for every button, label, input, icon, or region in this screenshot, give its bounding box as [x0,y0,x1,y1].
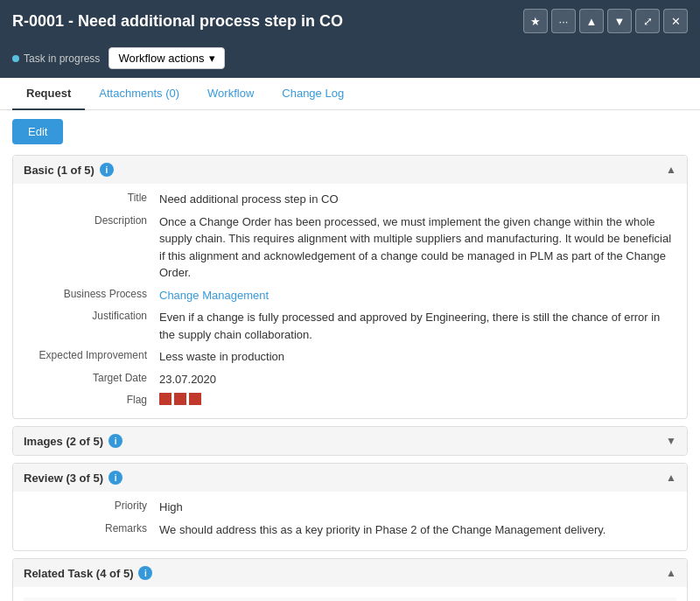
info-icon-related-task: i [138,566,152,580]
field-priority-value: High [159,499,676,516]
expand-button[interactable]: ⤢ [635,9,660,33]
window-header: R-0001 - Need additional process step in… [0,0,700,42]
field-target-date: Target Date 23.07.2020 [24,371,676,388]
section-images-chevron: ▼ [666,435,676,447]
up-button[interactable]: ▲ [579,9,604,33]
field-priority-label: Priority [24,499,159,512]
status-dot [12,55,19,62]
section-review-chevron: ▲ [666,472,676,484]
status-label: Task in progress [24,52,100,65]
section-basic-header[interactable]: Basic (1 of 5) i ▲ [13,156,687,184]
flag-squares [159,393,676,405]
field-flag-label: Flag [24,393,159,406]
field-flag: Flag [24,393,676,406]
flag-square-3 [189,393,201,405]
close-button[interactable]: ✕ [663,9,688,33]
section-images-header[interactable]: Images (2 of 5) i ▼ [13,427,687,455]
field-ei-value: Less waste in production [159,348,676,366]
section-related-task: Related Task (4 of 5) i ▲ Link Implement… [12,558,688,601]
field-justification: Justification Even if a change is fully … [24,309,676,343]
section-basic-title: Basic (1 of 5) i [24,163,114,177]
col-header-target-date: Target Implementation Date [502,598,676,601]
info-icon-review: i [108,471,122,485]
section-basic: Basic (1 of 5) i ▲ Title Need additional… [12,155,688,419]
field-remarks: Remarks We should address this as a key … [24,521,676,539]
field-title-value: Need additional process step in CO [159,191,676,208]
more-button[interactable]: ··· [551,9,576,33]
field-bp-value[interactable]: Change Management [159,287,676,304]
section-review: Review (3 of 5) i ▲ Priority High Remark… [12,463,688,551]
edit-button[interactable]: Edit [12,119,63,144]
window-title: R-0001 - Need additional process step in… [12,12,343,31]
field-justification-value: Even if a change is fully processed and … [159,309,676,343]
tab-attachments[interactable]: Attachments (0) [85,78,193,110]
field-remarks-label: Remarks [24,521,159,535]
tab-workflow[interactable]: Workflow [193,78,268,110]
field-description-label: Description [24,213,159,227]
more-icon: ··· [559,15,569,28]
related-task-table: Link Implementer Target Implementation D… [24,598,676,601]
window-control-buttons: ★ ··· ▲ ▼ ⤢ ✕ [523,9,688,33]
tab-request[interactable]: Request [12,78,85,110]
section-related-task-header[interactable]: Related Task (4 of 5) i ▲ [13,559,687,587]
chevron-down-icon: ▼ [614,15,626,28]
col-header-empty [24,598,159,601]
star-button[interactable]: ★ [523,9,548,33]
task-status: Task in progress [12,52,100,65]
section-images-title: Images (2 of 5) i [24,434,122,448]
section-basic-body: Title Need additional process step in CO… [13,184,687,418]
close-icon: ✕ [671,15,681,28]
workflow-actions-label: Workflow actions [118,52,204,65]
chevron-up-icon: ▲ [586,15,598,28]
tabs-bar: Request Attachments (0) Workflow Change … [0,78,700,110]
section-related-task-title: Related Task (4 of 5) i [24,566,152,580]
section-related-task-chevron: ▲ [666,567,676,579]
section-basic-chevron: ▲ [666,164,676,176]
workflow-actions-button[interactable]: Workflow actions ▾ [108,47,225,69]
field-business-process: Business Process Change Management [24,287,676,304]
field-justification-label: Justification [24,309,159,322]
expand-icon: ⤢ [643,15,653,28]
field-flag-value [159,393,676,405]
dropdown-chevron-icon: ▾ [209,52,215,65]
col-header-link: Link [159,598,414,601]
field-remarks-value: We should address this as a key priority… [159,521,676,539]
sub-header: Task in progress Workflow actions ▾ [0,42,700,78]
section-images: Images (2 of 5) i ▼ [12,426,688,456]
main-content: Edit Basic (1 of 5) i ▲ Title Need addit… [0,110,700,601]
info-icon-basic: i [100,163,114,177]
field-title-label: Title [24,191,159,204]
field-title: Title Need additional process step in CO [24,191,676,208]
field-description-value: Once a Change Order has been processed, … [159,213,676,282]
field-td-value: 23.07.2020 [159,371,676,388]
tab-change-log[interactable]: Change Log [268,78,358,110]
down-button[interactable]: ▼ [607,9,632,33]
field-priority: Priority High [24,499,676,516]
section-review-body: Priority High Remarks We should address … [13,492,687,550]
field-description: Description Once a Change Order has been… [24,213,676,282]
flag-square-2 [174,393,186,405]
section-related-task-body: Link Implementer Target Implementation D… [13,587,687,601]
section-review-header[interactable]: Review (3 of 5) i ▲ [13,464,687,492]
star-icon: ★ [530,15,541,28]
field-bp-label: Business Process [24,287,159,300]
field-expected-improvement: Expected Improvement Less waste in produ… [24,348,676,366]
col-header-implementer: Implementer [414,598,502,601]
info-icon-images: i [108,434,122,448]
table-header-row: Link Implementer Target Implementation D… [24,598,676,601]
field-ei-label: Expected Improvement [24,348,159,361]
flag-square-1 [159,393,172,405]
section-review-title: Review (3 of 5) i [24,471,122,485]
field-td-label: Target Date [24,371,159,384]
